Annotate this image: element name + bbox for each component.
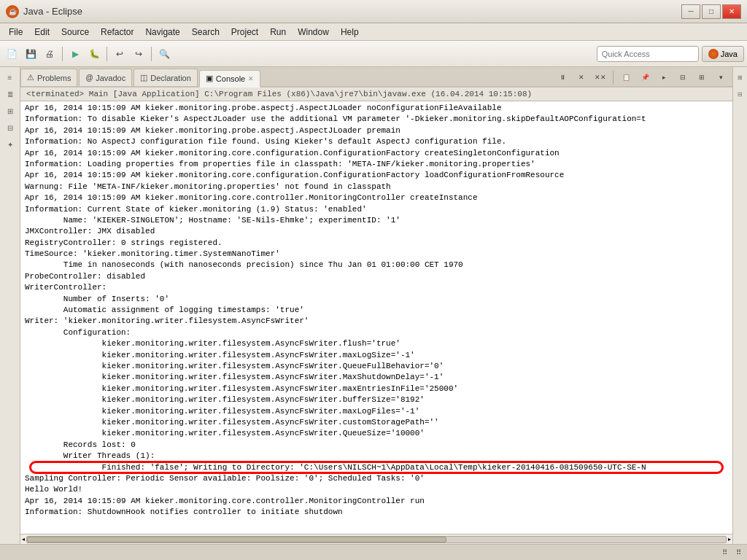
- menu-item-search[interactable]: Search: [186, 26, 225, 39]
- tb-search-button[interactable]: 🔍: [155, 45, 173, 63]
- window-controls: ─ □ ✕: [681, 4, 741, 19]
- console-line: Sampling Controller: Periodic Sensor ava…: [23, 473, 729, 484]
- quick-access-input[interactable]: [597, 46, 699, 62]
- console-line: Apr 16, 2014 10:15:09 AM kieker.monitori…: [23, 170, 729, 181]
- gutter-btn-4[interactable]: ⊟: [3, 120, 18, 135]
- console-header-text: <terminated> Main [Java Application] C:\…: [26, 90, 532, 98]
- tab-toolbar-btn-2[interactable]: ✕: [573, 69, 590, 86]
- console-line: Time in nanoseconds (with nanoseconds pr…: [23, 260, 729, 271]
- tb-print-button[interactable]: 🖨: [41, 45, 58, 63]
- tb-run-button[interactable]: ▶: [66, 45, 84, 63]
- gutter-btn-2[interactable]: ≣: [3, 87, 18, 101]
- java-perspective-button[interactable]: Java: [702, 46, 744, 62]
- close-button[interactable]: ✕: [722, 4, 741, 19]
- main-area: ≡ ≣ ⊞ ⊟ ✦ ⚠ Problems @ Javadoc ◫ Declara…: [0, 67, 747, 544]
- title-bar: ☕ Java - Eclipse ─ □ ✕: [0, 0, 747, 23]
- title-text: Java - Eclipse: [23, 6, 82, 17]
- tb-debug-button[interactable]: 🐛: [85, 45, 103, 63]
- console-line: Apr 16, 2014 10:15:09 AM kieker.monitori…: [23, 103, 729, 114]
- menu-item-source[interactable]: Source: [55, 26, 95, 39]
- toolbar: 📄 💾 🖨 ▶ 🐛 ↩ ↪ 🔍 Java: [0, 41, 747, 67]
- menu-bar: FileEditSourceRefactorNavigateSearchProj…: [0, 23, 747, 41]
- console-line: kieker.monitoring.writer.filesystem.Asyn…: [23, 428, 729, 439]
- tb-undo-button[interactable]: ↩: [111, 45, 128, 63]
- console-line: Information: Loading properties from pro…: [23, 159, 729, 170]
- tab-javadoc[interactable]: @ Javadoc: [79, 69, 132, 86]
- tab-problems-label: Problems: [37, 74, 71, 82]
- console-line: kieker.monitoring.writer.filesystem.Asyn…: [23, 406, 729, 417]
- declaration-icon: ◫: [140, 73, 147, 82]
- tab-toolbar-btn-3[interactable]: ✕✕: [592, 69, 609, 86]
- java-btn-label: Java: [721, 50, 738, 58]
- console-line: Information: No AspectJ configuration fi…: [23, 136, 729, 147]
- console-line: Hello World!: [23, 484, 729, 495]
- right-gutter-btn-2[interactable]: ⊟: [733, 87, 748, 101]
- console-icon: ▣: [206, 74, 213, 83]
- console-header: <terminated> Main [Java Application] C:\…: [20, 88, 732, 101]
- console-line: kieker.monitoring.writer.filesystem.Asyn…: [23, 350, 729, 361]
- menu-item-refactor[interactable]: Refactor: [95, 26, 139, 39]
- tb-new-button[interactable]: 📄: [3, 45, 20, 63]
- tab-bar: ⚠ Problems @ Javadoc ◫ Declaration ▣ Con…: [20, 67, 732, 88]
- menu-item-navigate[interactable]: Navigate: [139, 26, 185, 39]
- menu-item-help[interactable]: Help: [335, 26, 365, 39]
- tab-console-close[interactable]: ✕: [248, 75, 254, 82]
- gutter-btn-5[interactable]: ✦: [3, 137, 18, 152]
- console-line: Finished: 'false'; Writing to Directory:…: [23, 462, 729, 473]
- tb-separator-3: [151, 47, 152, 61]
- tab-toolbar-btn-6[interactable]: ▸: [655, 69, 673, 86]
- gutter-btn-1[interactable]: ≡: [3, 70, 18, 85]
- tab-console[interactable]: ▣ Console ✕: [199, 70, 260, 88]
- tab-declaration-label: Declaration: [150, 74, 191, 82]
- menu-item-run[interactable]: Run: [264, 26, 292, 39]
- menu-item-file[interactable]: File: [3, 26, 28, 39]
- console-line: kieker.monitoring.writer.filesystem.Asyn…: [23, 417, 729, 428]
- tab-problems[interactable]: ⚠ Problems: [20, 69, 77, 86]
- app-icon: ☕: [6, 5, 19, 18]
- console-line: Information: Current State of kieker.mon…: [23, 204, 729, 215]
- status-item-2: ⠿: [736, 548, 741, 556]
- right-gutter: ⊞ ⊟: [732, 67, 747, 544]
- console-line: kieker.monitoring.writer.filesystem.Asyn…: [23, 394, 729, 405]
- gutter-btn-3[interactable]: ⊞: [3, 104, 18, 118]
- console-line: Configuration:: [23, 327, 729, 338]
- h-scroll-right-btn[interactable]: ▸: [728, 536, 731, 542]
- h-thumb[interactable]: [27, 537, 446, 542]
- console-line: WriterController:: [23, 282, 729, 293]
- console-line: Apr 16, 2014 10:15:09 AM kieker.monitori…: [23, 125, 729, 136]
- menu-item-edit[interactable]: Edit: [28, 26, 55, 39]
- h-scrollbar[interactable]: [26, 536, 727, 543]
- problems-icon: ⚠: [27, 73, 34, 82]
- tab-toolbar-btn-4[interactable]: 📋: [617, 69, 635, 86]
- status-right: ⠿ ⠿: [722, 548, 741, 556]
- tb-redo-button[interactable]: ↪: [130, 45, 147, 63]
- h-scroll-left-btn[interactable]: ◂: [22, 536, 25, 542]
- console-line: ProbeController: disabled: [23, 271, 729, 282]
- javadoc-icon: @: [85, 74, 93, 82]
- console-line: JMXController: JMX disabled: [23, 226, 729, 237]
- console-line: kieker.monitoring.writer.filesystem.Asyn…: [23, 338, 729, 349]
- console-line: Name: 'KIEKER-SINGLETON'; Hostname: 'SE-…: [23, 215, 729, 226]
- console-line: kieker.monitoring.writer.filesystem.Asyn…: [23, 361, 729, 372]
- menu-item-project[interactable]: Project: [225, 26, 264, 39]
- tab-toolbar-right: ⏸ ✕ ✕✕ 📋 📌 ▸ ⊟ ⊞ ▾: [551, 69, 732, 86]
- h-scroll-area[interactable]: ◂ ▸: [20, 534, 732, 544]
- minimize-button[interactable]: ─: [681, 4, 700, 19]
- tab-toolbar-btn-1[interactable]: ⏸: [554, 69, 571, 86]
- menu-item-window[interactable]: Window: [292, 26, 335, 39]
- tab-toolbar-btn-9[interactable]: ▾: [712, 69, 729, 86]
- tab-toolbar-btn-5[interactable]: 📌: [636, 69, 654, 86]
- title-bar-left: ☕ Java - Eclipse: [6, 5, 82, 18]
- tab-declaration[interactable]: ◫ Declaration: [133, 69, 198, 86]
- editor-area: ⚠ Problems @ Javadoc ◫ Declaration ▣ Con…: [20, 67, 732, 544]
- console-line: Records lost: 0: [23, 440, 729, 451]
- console-line: Writer Threads (1):: [23, 451, 729, 462]
- right-gutter-btn-1[interactable]: ⊞: [733, 70, 748, 85]
- tab-toolbar-btn-8[interactable]: ⊞: [693, 69, 711, 86]
- tab-console-label: Console: [216, 74, 245, 83]
- tab-javadoc-label: Javadoc: [96, 74, 125, 82]
- console-output[interactable]: Apr 16, 2014 10:15:09 AM kieker.monitori…: [20, 101, 732, 534]
- maximize-button[interactable]: □: [702, 4, 721, 19]
- tb-save-button[interactable]: 💾: [22, 45, 39, 63]
- tab-toolbar-btn-7[interactable]: ⊟: [674, 69, 692, 86]
